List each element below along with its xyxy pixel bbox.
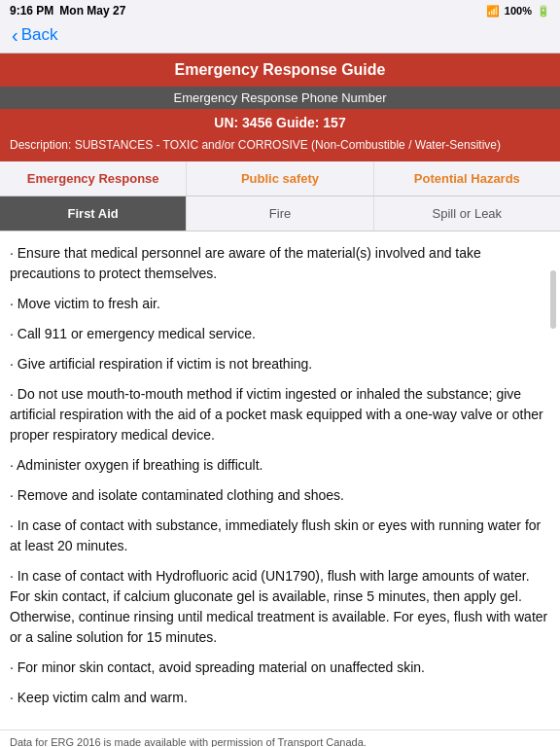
tab-fire[interactable]: Fire [187, 196, 373, 231]
description: Description: SUBSTANCES - TOXIC and/or C… [0, 134, 560, 161]
status-bar: 9:16 PM Mon May 27 📶 100% 🔋 [0, 0, 560, 21]
tab-public-safety[interactable]: Public safety [187, 161, 373, 196]
battery-icon: 🔋 [537, 5, 550, 18]
footer: Data for ERG 2016 is made available with… [0, 729, 560, 747]
back-label: Back [21, 25, 58, 45]
back-chevron-icon: ‹ [12, 25, 18, 45]
status-day: Mon May 27 [59, 4, 125, 18]
content-item-6: · Remove and isolate contaminated clothi… [10, 485, 550, 506]
tab-row-1: Emergency Response Public safety Potenti… [0, 161, 560, 196]
content-item-5: · Administer oxygen if breathing is diff… [10, 455, 550, 476]
battery-percent: 100% [505, 5, 532, 17]
un-info: UN: 3456 Guide: 157 [0, 109, 560, 134]
content-item-0: · Ensure that medical personnel are awar… [10, 243, 550, 284]
tab-spill-or-leak[interactable]: Spill or Leak [374, 196, 560, 231]
tab-first-aid[interactable]: First Aid [0, 196, 187, 231]
tab-potential-hazards[interactable]: Potential Hazards [374, 161, 560, 196]
content-item-2: · Call 911 or emergency medical service. [10, 324, 550, 344]
header-section: Emergency Response Guide [0, 53, 560, 87]
content-item-7: · In case of contact with substance, imm… [10, 516, 550, 556]
back-button[interactable]: ‹ Back [12, 25, 548, 45]
content-item-4: · Do not use mouth-to-mouth method if vi… [10, 384, 550, 445]
content-item-9: · For minor skin contact, avoid spreadin… [10, 658, 550, 678]
scroll-indicator [550, 270, 556, 329]
tab-emergency-response[interactable]: Emergency Response [0, 161, 187, 196]
wifi-icon: 📶 [486, 5, 500, 18]
content-item-10: · Keep victim calm and warm. [10, 688, 550, 708]
nav-bar: ‹ Back [0, 21, 560, 53]
phone-label: Emergency Response Phone Number [0, 87, 560, 109]
status-time: 9:16 PM [10, 4, 53, 18]
content-item-8: · In case of contact with Hydrofluoric a… [10, 566, 550, 648]
content-item-3: · Give artificial respiration if victim … [10, 354, 550, 374]
tab-row-2: First Aid Fire Spill or Leak [0, 196, 560, 231]
content-area: · Ensure that medical personnel are awar… [0, 231, 560, 729]
content-item-1: · Move victim to fresh air. [10, 294, 550, 314]
header-title: Emergency Response Guide [10, 61, 550, 79]
